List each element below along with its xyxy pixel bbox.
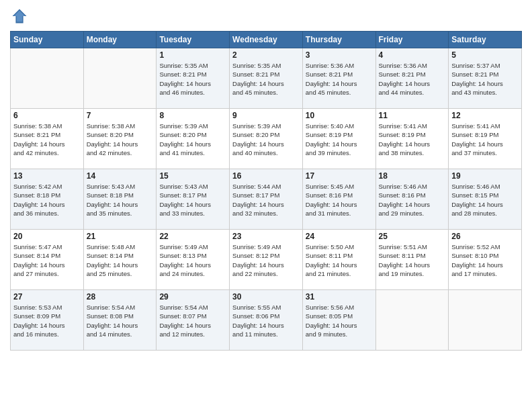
day-info: Sunrise: 5:43 AMSunset: 8:18 PMDaylight:… <box>87 182 154 218</box>
day-info: Sunrise: 5:52 AMSunset: 8:10 PMDaylight:… <box>451 242 519 278</box>
calendar-cell: 5Sunrise: 5:37 AMSunset: 8:21 PMDaylight… <box>449 48 522 109</box>
day-number: 6 <box>13 111 81 120</box>
calendar-cell: 15Sunrise: 5:43 AMSunset: 8:17 PMDayligh… <box>157 169 230 230</box>
logo <box>10 7 32 26</box>
calendar-cell <box>375 290 449 351</box>
calendar-cell: 14Sunrise: 5:43 AMSunset: 8:18 PMDayligh… <box>83 169 157 230</box>
day-info: Sunrise: 5:36 AMSunset: 8:21 PMDaylight:… <box>306 61 373 97</box>
day-info: Sunrise: 5:41 AMSunset: 8:19 PMDaylight:… <box>451 122 519 157</box>
calendar-cell: 26Sunrise: 5:52 AMSunset: 8:10 PMDayligh… <box>449 230 522 290</box>
day-info: Sunrise: 5:39 AMSunset: 8:20 PMDaylight:… <box>232 122 300 157</box>
day-info: Sunrise: 5:37 AMSunset: 8:21 PMDaylight:… <box>451 61 519 97</box>
day-info: Sunrise: 5:49 AMSunset: 8:13 PMDaylight:… <box>159 242 226 278</box>
calendar-cell: 1Sunrise: 5:35 AMSunset: 8:21 PMDaylight… <box>157 48 230 109</box>
day-number: 19 <box>451 171 519 181</box>
calendar-cell: 22Sunrise: 5:49 AMSunset: 8:13 PMDayligh… <box>157 230 230 290</box>
weekday-header-friday: Friday <box>375 32 449 48</box>
calendar-cell <box>449 290 522 351</box>
calendar-cell: 18Sunrise: 5:46 AMSunset: 8:16 PMDayligh… <box>375 169 449 230</box>
calendar-cell: 31Sunrise: 5:56 AMSunset: 8:05 PMDayligh… <box>302 290 375 351</box>
day-number: 5 <box>451 50 519 60</box>
day-number: 4 <box>379 50 446 60</box>
calendar-header: SundayMondayTuesdayWednesdayThursdayFrid… <box>11 32 522 48</box>
calendar-cell: 7Sunrise: 5:38 AMSunset: 8:20 PMDaylight… <box>83 109 157 169</box>
calendar-week-3: 13Sunrise: 5:42 AMSunset: 8:18 PMDayligh… <box>11 169 522 230</box>
calendar-cell: 11Sunrise: 5:41 AMSunset: 8:19 PMDayligh… <box>375 109 449 169</box>
day-number: 23 <box>232 232 300 241</box>
day-number: 26 <box>451 232 519 241</box>
day-number: 16 <box>232 171 300 181</box>
day-number: 1 <box>159 50 226 60</box>
calendar-cell: 27Sunrise: 5:53 AMSunset: 8:09 PMDayligh… <box>11 290 84 351</box>
calendar-cell: 12Sunrise: 5:41 AMSunset: 8:19 PMDayligh… <box>449 109 522 169</box>
weekday-header-monday: Monday <box>83 32 157 48</box>
day-number: 3 <box>306 50 373 60</box>
calendar-cell: 9Sunrise: 5:39 AMSunset: 8:20 PMDaylight… <box>230 109 303 169</box>
calendar-cell: 28Sunrise: 5:54 AMSunset: 8:08 PMDayligh… <box>83 290 157 351</box>
calendar-cell: 25Sunrise: 5:51 AMSunset: 8:11 PMDayligh… <box>375 230 449 290</box>
weekday-header-row: SundayMondayTuesdayWednesdayThursdayFrid… <box>11 32 522 48</box>
day-info: Sunrise: 5:46 AMSunset: 8:16 PMDaylight:… <box>379 182 446 218</box>
weekday-header-thursday: Thursday <box>302 32 375 48</box>
calendar-cell: 3Sunrise: 5:36 AMSunset: 8:21 PMDaylight… <box>302 48 375 109</box>
weekday-header-sunday: Sunday <box>11 32 84 48</box>
day-info: Sunrise: 5:53 AMSunset: 8:09 PMDaylight:… <box>13 303 81 338</box>
day-number: 25 <box>379 232 446 241</box>
calendar-cell: 17Sunrise: 5:45 AMSunset: 8:16 PMDayligh… <box>302 169 375 230</box>
calendar-cell: 10Sunrise: 5:40 AMSunset: 8:19 PMDayligh… <box>302 109 375 169</box>
day-info: Sunrise: 5:49 AMSunset: 8:12 PMDaylight:… <box>232 242 300 278</box>
day-number: 27 <box>13 292 81 302</box>
day-info: Sunrise: 5:38 AMSunset: 8:20 PMDaylight:… <box>87 122 154 157</box>
calendar-week-5: 27Sunrise: 5:53 AMSunset: 8:09 PMDayligh… <box>11 290 522 351</box>
day-info: Sunrise: 5:39 AMSunset: 8:20 PMDaylight:… <box>159 122 226 157</box>
calendar-cell: 4Sunrise: 5:36 AMSunset: 8:21 PMDaylight… <box>375 48 449 109</box>
day-number: 9 <box>232 111 300 120</box>
day-info: Sunrise: 5:54 AMSunset: 8:08 PMDaylight:… <box>87 303 154 338</box>
day-info: Sunrise: 5:50 AMSunset: 8:11 PMDaylight:… <box>306 242 373 278</box>
day-info: Sunrise: 5:55 AMSunset: 8:06 PMDaylight:… <box>232 303 300 338</box>
day-info: Sunrise: 5:45 AMSunset: 8:16 PMDaylight:… <box>306 182 373 218</box>
day-info: Sunrise: 5:40 AMSunset: 8:19 PMDaylight:… <box>306 122 373 157</box>
calendar-cell: 13Sunrise: 5:42 AMSunset: 8:18 PMDayligh… <box>11 169 84 230</box>
calendar-cell: 24Sunrise: 5:50 AMSunset: 8:11 PMDayligh… <box>302 230 375 290</box>
day-info: Sunrise: 5:38 AMSunset: 8:21 PMDaylight:… <box>13 122 81 157</box>
calendar-cell: 30Sunrise: 5:55 AMSunset: 8:06 PMDayligh… <box>230 290 303 351</box>
day-info: Sunrise: 5:44 AMSunset: 8:17 PMDaylight:… <box>232 182 300 218</box>
day-number: 24 <box>306 232 373 241</box>
day-number: 14 <box>87 171 154 181</box>
day-number: 17 <box>306 171 373 181</box>
calendar-week-4: 20Sunrise: 5:47 AMSunset: 8:14 PMDayligh… <box>11 230 522 290</box>
weekday-header-tuesday: Tuesday <box>157 32 230 48</box>
day-number: 12 <box>451 111 519 120</box>
day-number: 31 <box>306 292 373 302</box>
calendar-table: SundayMondayTuesdayWednesdayThursdayFrid… <box>10 31 522 351</box>
day-number: 29 <box>159 292 226 302</box>
calendar-cell <box>83 48 157 109</box>
calendar-week-1: 1Sunrise: 5:35 AMSunset: 8:21 PMDaylight… <box>11 48 522 109</box>
calendar-cell: 29Sunrise: 5:54 AMSunset: 8:07 PMDayligh… <box>157 290 230 351</box>
weekday-header-saturday: Saturday <box>449 32 522 48</box>
logo-icon <box>10 7 29 26</box>
day-number: 30 <box>232 292 300 302</box>
day-number: 11 <box>379 111 446 120</box>
day-number: 20 <box>13 232 81 241</box>
day-number: 10 <box>306 111 373 120</box>
day-number: 2 <box>232 50 300 60</box>
day-number: 22 <box>159 232 226 241</box>
day-info: Sunrise: 5:56 AMSunset: 8:05 PMDaylight:… <box>306 303 373 338</box>
calendar-cell: 20Sunrise: 5:47 AMSunset: 8:14 PMDayligh… <box>11 230 84 290</box>
page-header <box>10 7 522 26</box>
calendar-cell: 21Sunrise: 5:48 AMSunset: 8:14 PMDayligh… <box>83 230 157 290</box>
day-info: Sunrise: 5:35 AMSunset: 8:21 PMDaylight:… <box>159 61 226 97</box>
day-info: Sunrise: 5:51 AMSunset: 8:11 PMDaylight:… <box>379 242 446 278</box>
day-info: Sunrise: 5:41 AMSunset: 8:19 PMDaylight:… <box>379 122 446 157</box>
calendar-cell: 23Sunrise: 5:49 AMSunset: 8:12 PMDayligh… <box>230 230 303 290</box>
day-info: Sunrise: 5:48 AMSunset: 8:14 PMDaylight:… <box>87 242 154 278</box>
calendar-cell: 16Sunrise: 5:44 AMSunset: 8:17 PMDayligh… <box>230 169 303 230</box>
day-number: 13 <box>13 171 81 181</box>
day-info: Sunrise: 5:36 AMSunset: 8:21 PMDaylight:… <box>379 61 446 97</box>
calendar-week-2: 6Sunrise: 5:38 AMSunset: 8:21 PMDaylight… <box>11 109 522 169</box>
day-info: Sunrise: 5:54 AMSunset: 8:07 PMDaylight:… <box>159 303 226 338</box>
day-number: 28 <box>87 292 154 302</box>
day-info: Sunrise: 5:47 AMSunset: 8:14 PMDaylight:… <box>13 242 81 278</box>
